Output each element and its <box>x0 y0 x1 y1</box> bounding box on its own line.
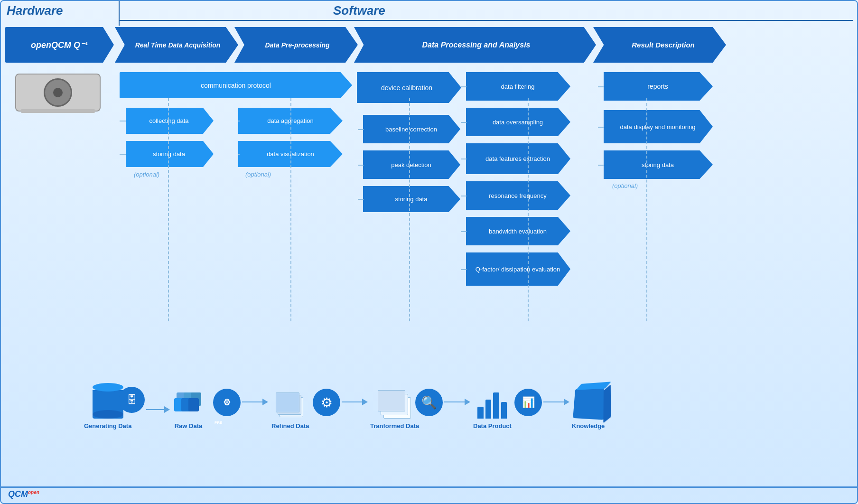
dashed-line-3 <box>409 98 410 321</box>
peak-detection: peak detection <box>363 150 460 179</box>
processing-icon: ⚙ <box>313 389 340 416</box>
raw-label: Raw Data <box>175 422 203 429</box>
data-oversampling: data oversampling <box>466 108 570 136</box>
bottom-border <box>1 486 857 488</box>
cube-icon <box>573 388 604 420</box>
raw-data-item: Raw Data <box>172 392 205 429</box>
optional-1: (optional) <box>134 171 159 178</box>
transformed-data-item: Tranformed Data <box>370 390 419 429</box>
search-icon: 🔍 <box>415 389 443 416</box>
storing-data-3: storing data <box>363 186 460 212</box>
hw-sw-divider <box>119 1 120 26</box>
data-filtering: data filtering <box>466 72 570 101</box>
processing-banner: Data Processing and Analysis <box>354 27 596 63</box>
db-circle-icon: 🗄 <box>119 387 145 413</box>
qcm-logo: QCMopen <box>8 489 39 499</box>
top-border <box>120 20 853 21</box>
bar-chart-icon <box>476 390 509 419</box>
reports-icon: 📊 <box>514 389 542 416</box>
dashed-line-1 <box>168 98 169 321</box>
storing-data-1: storing data <box>126 141 214 167</box>
transformed-label: Tranformed Data <box>370 422 419 429</box>
pre-icon: ⚙ <box>213 389 241 416</box>
pages-icon-transformed <box>376 390 414 419</box>
result-banner: Result Description <box>593 27 726 63</box>
optional-5: (optional) <box>612 182 638 189</box>
pre-text: PRE <box>214 420 222 425</box>
main-container: Hardware Software openQCM Q⁻¹ Real Time … <box>0 0 858 504</box>
baseline-correction: baseline correction <box>363 115 460 143</box>
resonance-frequency: resonance frequency <box>466 181 570 210</box>
knowledge-item: Knowledge <box>572 388 605 429</box>
qfactor-dissipation: Q-factor/ dissipation evaluation <box>466 252 570 286</box>
storing-data-5: storing data <box>604 150 713 179</box>
collecting-data: collecting data <box>126 108 214 134</box>
hardware-image <box>8 70 108 115</box>
optional-2: (optional) <box>245 171 271 178</box>
bandwidth-evaluation: bandwidth evaluation <box>466 217 570 245</box>
openqcm-banner: openQCM Q⁻¹ <box>5 27 114 63</box>
refined-label: Refined Data <box>271 422 309 429</box>
software-label: Software <box>333 3 385 18</box>
dataproduct-label: Data Product <box>473 422 512 429</box>
dashed-line-5 <box>646 98 647 321</box>
generating-label: Generating Data <box>84 422 131 429</box>
db-stack-icon <box>172 392 205 419</box>
pages-icon-refined <box>274 392 307 419</box>
data-features: data features extraction <box>466 143 570 174</box>
flow-arrow-1: 🗄 <box>119 387 145 413</box>
hardware-label: Hardware <box>7 3 63 18</box>
refined-data-item: Refined Data <box>271 392 309 429</box>
dashed-line-4 <box>528 98 529 321</box>
realtime-banner: Real Time Data Acquisition <box>115 27 238 63</box>
preprocessing-banner: Data Pre-processing <box>234 27 358 63</box>
reports: reports <box>604 72 713 101</box>
communication-protocol: communication protocol <box>120 72 352 98</box>
dashed-line-2 <box>290 98 291 321</box>
knowledge-label: Knowledge <box>572 422 605 429</box>
data-product-item: Data Product <box>473 390 512 429</box>
data-display: data display and monitoring <box>604 110 713 143</box>
